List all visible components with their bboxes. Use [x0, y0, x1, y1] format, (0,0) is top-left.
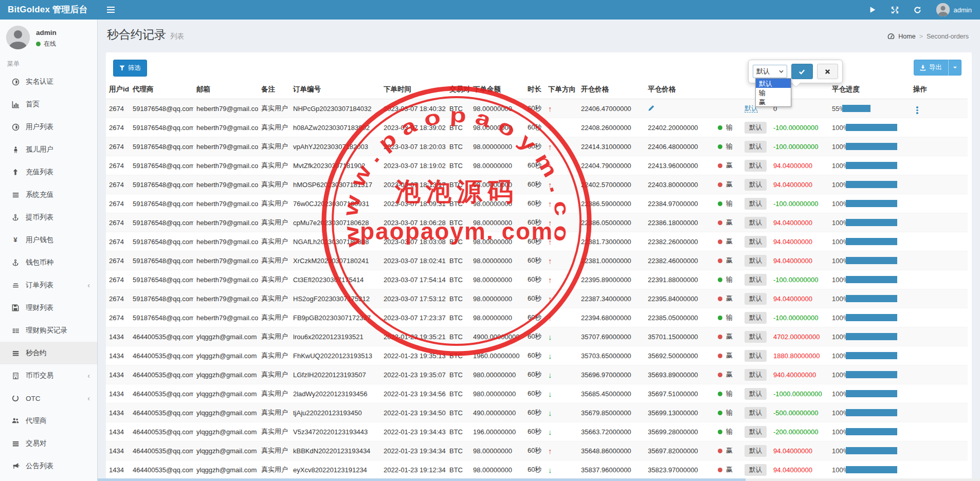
select-option[interactable]: 默认 [756, 79, 791, 88]
progress-bar [846, 238, 897, 245]
sidebar-item-menu-7[interactable]: ¥用户钱包 [0, 229, 97, 251]
sidebar-item-menu-0[interactable]: 实名认证 [0, 70, 97, 93]
export-dropdown-caret[interactable] [948, 60, 961, 76]
progress-bar [846, 181, 897, 188]
column-header-8[interactable]: 时长 [524, 80, 545, 99]
direction-up-arrow-icon: ↑ [548, 218, 552, 227]
cell-close-price: 22391.88000000 [645, 270, 715, 289]
column-header-10[interactable]: 开仓价格 [578, 80, 645, 99]
cell-amount: 98.00000000 [470, 99, 524, 118]
column-header-4[interactable]: 订单编号 [290, 80, 380, 99]
row-actions-menu-icon[interactable] [913, 105, 921, 115]
sidebar-item-menu-16[interactable]: 交易对 [0, 432, 97, 455]
filter-button[interactable]: 筛选 [113, 60, 147, 77]
cell-profit: 94.04000000 [770, 460, 829, 479]
export-button[interactable]: 导出 [914, 60, 948, 76]
cell-duration: 60秒 [524, 384, 545, 403]
column-header-7[interactable]: 下单金额 [470, 80, 524, 99]
cell-profit: 94.04000000 [770, 289, 829, 308]
cell-order-no: 76w0CJ20230307180931 [290, 194, 380, 213]
sidebar-item-menu-13[interactable]: 币币交易‹ [0, 364, 97, 387]
cell-badge: 默认 [741, 270, 770, 289]
edit-pencil-icon[interactable] [648, 104, 655, 112]
sidebar-item-menu-8[interactable]: 钱包币种 [0, 251, 97, 274]
cell-agent: 591876548@qq.com [130, 137, 193, 156]
cell-profit: -100.00000000 [770, 194, 829, 213]
column-header-11[interactable]: 平仓价格 [645, 80, 715, 99]
sidebar-item-menu-9[interactable]: 订单列表‹ [0, 274, 97, 297]
cell-email: heberth79@gmail.com [193, 194, 258, 213]
cell-agent: 591876548@qq.com [130, 251, 193, 270]
column-header-12[interactable] [715, 80, 741, 99]
filter-icon [119, 65, 125, 71]
cell-time: 2023-03-07 18:06:28 [380, 213, 446, 232]
cell-pair: BTC [446, 289, 470, 308]
sidebar-item-menu-5[interactable]: 系统充值 [0, 183, 97, 206]
default-badge: 默认 [745, 179, 767, 191]
cell-amount: 98.00000000 [470, 118, 524, 137]
table-row: 2674591876548@qq.comheberth79@gmail.com真… [106, 232, 968, 251]
sidebar-item-menu-10[interactable]: 理财列表 [0, 297, 97, 319]
cell-progress: 100% [829, 251, 910, 270]
column-header-3[interactable]: 备注 [258, 80, 290, 99]
sidebar-item-menu-2[interactable]: 用户列表 [0, 116, 97, 138]
cancel-button[interactable] [817, 64, 838, 79]
default-badge: 默认 [745, 331, 767, 343]
cell-pair: BTC [446, 213, 470, 232]
cell-note: 真实用户 [258, 156, 290, 175]
sidebar-item-menu-15[interactable]: 代理商 [0, 410, 97, 432]
column-header-9[interactable]: 下单方向 [545, 80, 578, 99]
cell-amount: 490.00000000 [470, 403, 524, 422]
sidebar-item-menu-12[interactable]: 秒合约 [0, 342, 97, 364]
sidebar-item-menu-3[interactable]: 孤儿用户 [0, 138, 97, 161]
sidebar-item-menu-6[interactable]: 提币列表 [0, 206, 97, 229]
sidebar-item-menu-4[interactable]: 充值列表 [0, 161, 97, 183]
win-dot-icon [718, 258, 722, 263]
cell-open-price: 22394.68000000 [578, 308, 645, 327]
cell-progress: 100% [829, 289, 910, 308]
cell-open-price: 22386.59000000 [578, 194, 645, 213]
breadcrumb-home-link[interactable]: Home [898, 33, 915, 40]
cell-open-price: 22395.89000000 [578, 270, 645, 289]
lose-dot-icon [718, 278, 722, 282]
column-header-0[interactable]: 用户id [106, 80, 130, 99]
cell-email: ylqggzh@gmail.com [193, 327, 258, 346]
sidebar-item-label: 首页 [26, 100, 40, 109]
column-header-6[interactable]: 交易对 [446, 80, 470, 99]
cell-user-id: 1434 [106, 384, 130, 403]
select-option[interactable]: 赢 [756, 97, 791, 106]
sidebar-item-menu-11[interactable]: 理财购买记录 [0, 319, 97, 342]
column-header-5[interactable]: 下单时间 [380, 80, 446, 99]
play-icon[interactable] [868, 6, 877, 14]
cell-time: 2023-03-07 17:23:37 [380, 308, 446, 327]
select-option[interactable]: 输 [756, 88, 791, 97]
orders-table: 用户id代理商邮箱备注订单编号下单时间交易对下单金额时长下单方向开仓价格平仓价格… [106, 80, 968, 479]
app-title[interactable]: BitGoldex 管理后台 [8, 0, 88, 20]
sidebar-item-label: 实名认证 [26, 77, 53, 86]
cell-note: 真实用户 [258, 460, 290, 479]
sidebar-item-menu-1[interactable]: 首页 [0, 93, 97, 116]
win-lose-select[interactable]: 默认 [753, 65, 787, 78]
fullscreen-icon[interactable] [891, 6, 899, 14]
cell-user-id: 2674 [106, 251, 130, 270]
column-header-15[interactable]: 平仓进度 [829, 80, 910, 99]
default-badge: 默认 [745, 274, 767, 286]
column-header-16[interactable]: 操作 [910, 80, 968, 99]
cell-action [910, 308, 968, 327]
cell-action [910, 232, 968, 251]
column-header-1[interactable]: 代理商 [130, 80, 193, 99]
cell-pair: BTC [446, 232, 470, 251]
sidebar-toggle-icon[interactable] [101, 0, 120, 20]
confirm-button[interactable] [791, 64, 812, 79]
scrollbar-thumb[interactable] [98, 478, 746, 481]
cell-agent: 591876548@qq.com [130, 308, 193, 327]
user-menu[interactable]: admin [936, 3, 972, 16]
cell-email: heberth79@gmail.com [193, 232, 258, 251]
progress-bar [846, 428, 897, 435]
content-area: 秒合约记录列表 Home > Second-orders 筛选 [98, 20, 980, 481]
progress-bar [846, 162, 897, 169]
sidebar-item-otc[interactable]: OTC‹ [0, 387, 97, 410]
sidebar-item-menu-17[interactable]: 公告列表 [0, 455, 97, 477]
column-header-2[interactable]: 邮箱 [193, 80, 258, 99]
refresh-icon[interactable] [914, 6, 922, 14]
